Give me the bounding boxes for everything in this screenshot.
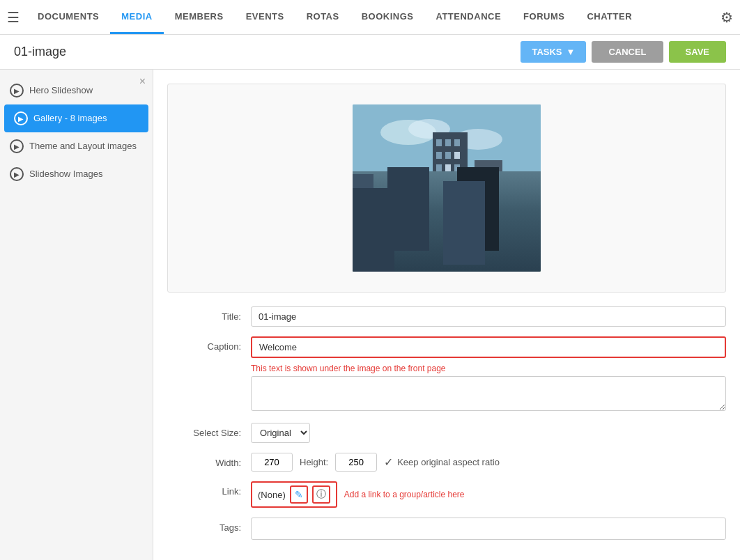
svg-rect-12 bbox=[445, 152, 451, 159]
svg-rect-29 bbox=[353, 237, 541, 272]
preview-image bbox=[353, 104, 541, 272]
tab-attendance[interactable]: ATTENDANCE bbox=[424, 0, 512, 34]
play-icon-theme: ▶ bbox=[10, 139, 24, 153]
width-label: Width: bbox=[167, 453, 251, 468]
page-title: 01-image bbox=[14, 45, 521, 59]
sidebar: × ▶ Hero Slideshow ▶ Gallery - 8 images … bbox=[0, 70, 153, 560]
sidebar-item-gallery[interactable]: ▶ Gallery - 8 images bbox=[4, 104, 148, 132]
link-hint: Add a link to a group/article here bbox=[344, 490, 465, 499]
sidebar-label-slideshow: Slideshow Images bbox=[29, 169, 103, 180]
sidebar-item-slideshow[interactable]: ▶ Slideshow Images bbox=[0, 160, 153, 188]
main-layout: × ▶ Hero Slideshow ▶ Gallery - 8 images … bbox=[0, 70, 740, 560]
play-icon-slideshow: ▶ bbox=[10, 167, 24, 181]
tags-label: Tags: bbox=[167, 518, 251, 533]
sidebar-item-hero-slideshow[interactable]: ▶ Hero Slideshow bbox=[0, 77, 153, 104]
svg-rect-19 bbox=[487, 167, 492, 173]
settings-icon[interactable]: ⚙ bbox=[720, 9, 733, 26]
tags-row: Tags: bbox=[167, 518, 726, 540]
svg-rect-18 bbox=[478, 167, 483, 173]
tab-rotas[interactable]: ROTAS bbox=[295, 0, 350, 34]
tab-documents[interactable]: DOCUMENTS bbox=[26, 0, 110, 34]
dimension-inputs: Height: ✓ Keep original aspect ratio bbox=[251, 453, 500, 472]
tab-chatter[interactable]: CHATTER bbox=[576, 0, 643, 34]
title-row: Title: bbox=[167, 306, 726, 327]
caption-textarea[interactable] bbox=[251, 376, 726, 411]
menu-icon[interactable]: ☰ bbox=[7, 9, 20, 26]
svg-rect-27 bbox=[360, 181, 384, 230]
top-navigation: ☰ DOCUMENTS MEDIA MEMBERS EVENTS ROTAS B… bbox=[0, 0, 740, 35]
dimensions-row: Width: Height: ✓ Keep original aspect ra… bbox=[167, 453, 726, 472]
sidebar-item-theme-layout[interactable]: ▶ Theme and Layout images bbox=[0, 132, 153, 160]
svg-rect-8 bbox=[436, 139, 442, 146]
main-content: Title: Caption: This text is shown under… bbox=[153, 70, 740, 560]
width-input[interactable] bbox=[251, 453, 293, 472]
tab-forums[interactable]: FORUMS bbox=[512, 0, 576, 34]
link-info-button[interactable]: ⓘ bbox=[312, 485, 330, 504]
play-icon: ▶ bbox=[10, 84, 24, 98]
link-edit-button[interactable]: ✎ bbox=[290, 485, 308, 504]
save-button[interactable]: SAVE bbox=[669, 41, 726, 63]
caption-label: Caption: bbox=[167, 336, 251, 352]
select-size-label: Select Size: bbox=[167, 423, 251, 438]
tags-input[interactable] bbox=[251, 518, 726, 540]
svg-rect-15 bbox=[445, 164, 451, 171]
svg-rect-24 bbox=[406, 174, 410, 180]
tab-members[interactable]: MEMBERS bbox=[164, 0, 235, 34]
aspect-ratio-wrapper: ✓ Keep original aspect ratio bbox=[384, 456, 500, 469]
play-icon-active: ▶ bbox=[14, 111, 28, 125]
link-label: Link: bbox=[167, 481, 251, 497]
svg-rect-14 bbox=[436, 164, 442, 171]
link-border-group: (None) ✎ ⓘ bbox=[251, 481, 337, 508]
title-input[interactable] bbox=[251, 306, 726, 327]
tab-media[interactable]: MEDIA bbox=[110, 0, 163, 34]
svg-rect-5 bbox=[353, 209, 541, 272]
chevron-down-icon: ▼ bbox=[566, 47, 576, 57]
svg-rect-10 bbox=[454, 139, 460, 146]
svg-rect-7 bbox=[433, 132, 468, 230]
svg-rect-9 bbox=[445, 139, 451, 146]
cancel-button[interactable]: CANCEL bbox=[592, 41, 663, 63]
title-label: Title: bbox=[167, 306, 251, 322]
svg-rect-21 bbox=[487, 179, 492, 185]
svg-point-30 bbox=[367, 221, 394, 246]
svg-point-31 bbox=[500, 226, 525, 247]
svg-rect-6 bbox=[353, 174, 541, 230]
aspect-ratio-label: Keep original aspect ratio bbox=[397, 457, 500, 467]
checkmark-icon: ✓ bbox=[384, 456, 393, 469]
svg-rect-22 bbox=[391, 167, 422, 230]
caption-row: Caption: This text is shown under the im… bbox=[167, 336, 726, 413]
link-row: Link: (None) ✎ ⓘ Add a link to a group/a… bbox=[167, 481, 726, 508]
select-size-row: Select Size: Original Small Medium Large bbox=[167, 423, 726, 443]
caption-wrapper: This text is shown under the image on th… bbox=[251, 336, 726, 413]
height-label: Height: bbox=[300, 457, 328, 467]
svg-rect-16 bbox=[454, 164, 460, 171]
page-header: 01-image TASKS ▼ CANCEL SAVE bbox=[0, 35, 740, 70]
size-select[interactable]: Original Small Medium Large bbox=[251, 423, 310, 443]
svg-rect-25 bbox=[396, 185, 401, 192]
tasks-button[interactable]: TASKS ▼ bbox=[521, 41, 586, 63]
svg-rect-28 bbox=[506, 174, 530, 230]
caption-input[interactable] bbox=[251, 336, 726, 358]
tab-bookings[interactable]: BOOKINGS bbox=[350, 0, 425, 34]
height-input[interactable] bbox=[335, 453, 377, 472]
nav-tabs: DOCUMENTS MEDIA MEMBERS EVENTS ROTAS BOO… bbox=[26, 0, 643, 34]
sidebar-label-hero: Hero Slideshow bbox=[29, 85, 93, 97]
svg-rect-20 bbox=[478, 179, 483, 185]
svg-rect-11 bbox=[436, 152, 442, 159]
svg-rect-26 bbox=[406, 185, 410, 192]
sidebar-label-theme: Theme and Layout images bbox=[29, 141, 137, 153]
svg-rect-13 bbox=[454, 152, 460, 159]
link-value: (None) bbox=[258, 490, 286, 500]
select-size-wrapper: Original Small Medium Large bbox=[251, 423, 310, 443]
svg-rect-23 bbox=[396, 174, 401, 180]
tab-events[interactable]: EVENTS bbox=[235, 0, 295, 34]
link-wrapper: (None) ✎ ⓘ Add a link to a group/article… bbox=[251, 481, 465, 508]
close-icon[interactable]: × bbox=[139, 75, 146, 88]
sidebar-label-gallery: Gallery - 8 images bbox=[33, 113, 107, 125]
caption-hint: This text is shown under the image on th… bbox=[251, 361, 726, 376]
image-preview-container bbox=[167, 84, 726, 293]
